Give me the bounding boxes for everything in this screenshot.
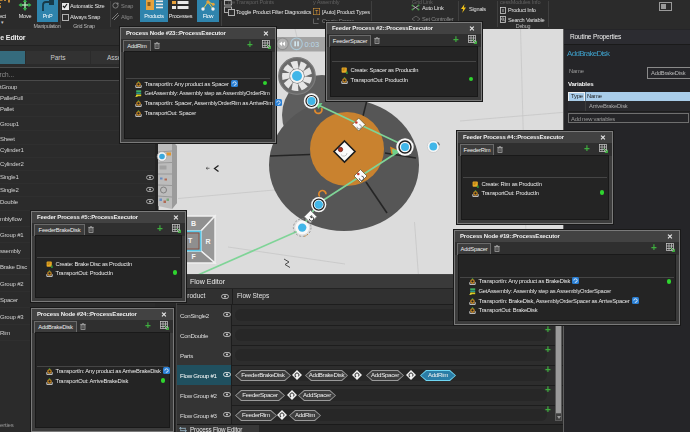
svg-text:T: T (188, 237, 193, 244)
svg-text:F: F (192, 253, 197, 260)
svg-text:B: B (191, 220, 196, 227)
svg-text:R: R (206, 238, 211, 245)
svg-text:0:03: 0:03 (305, 40, 320, 49)
svg-text:T: T (314, 9, 317, 15)
